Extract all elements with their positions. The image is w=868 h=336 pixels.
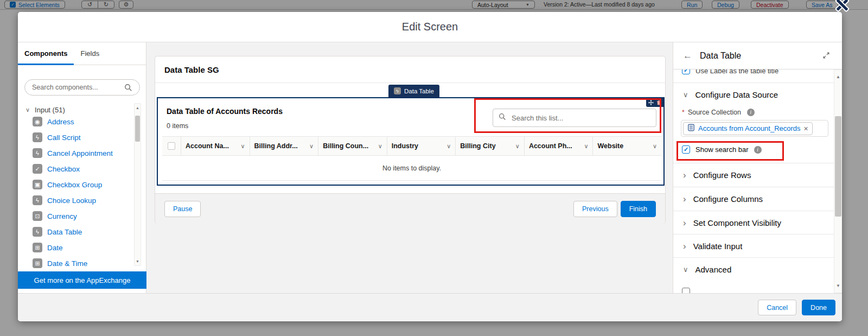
previous-button[interactable]: Previous	[573, 201, 617, 217]
expand-icon[interactable]	[822, 52, 830, 61]
search-this-list-input[interactable]	[510, 113, 641, 123]
section-configure-rows[interactable]: › Configure Rows	[673, 163, 834, 187]
tab-fields[interactable]: Fields	[74, 42, 106, 65]
column-header-billing-address[interactable]: Billing Addr...∨	[250, 137, 318, 155]
chevron-down-icon[interactable]: ∨	[309, 143, 314, 150]
sidebar-item-currency[interactable]: ⊡ Currency	[18, 208, 133, 224]
flow-builder-screen: ✓ Select Elements ↺ ↻ ⚙ Auto-Layout ▼ Ve…	[0, 0, 868, 336]
remove-pill-icon[interactable]: ×	[804, 125, 808, 132]
finish-button[interactable]: Finish	[621, 201, 656, 217]
sidebar-item-checkbox-group[interactable]: ▣ Checkbox Group	[18, 177, 133, 192]
empty-table-message: No items to display.	[162, 156, 661, 181]
source-collection-field[interactable]: Accounts from Account_Records ×	[681, 120, 828, 137]
scroll-up-icon[interactable]: ▲	[135, 106, 141, 110]
delete-trash-icon[interactable]	[656, 98, 661, 107]
section-validate-input[interactable]: › Validate Input	[673, 234, 834, 258]
sidebar-item-call-script[interactable]: ϟ Call Script	[18, 130, 133, 145]
column-header-billing-country[interactable]: Billing Coun...∨	[318, 137, 387, 155]
panel-scrollbar[interactable]: ▲ ▼	[834, 69, 842, 293]
modal-header: Edit Screen	[18, 12, 842, 42]
cancel-button[interactable]: Cancel	[758, 300, 796, 315]
items-count: 0 items	[167, 122, 188, 130]
back-arrow-icon[interactable]: ←	[683, 50, 692, 61]
section-configure-columns[interactable]: › Configure Columns	[673, 187, 834, 211]
info-icon[interactable]: i	[754, 146, 762, 154]
list-search-box	[493, 109, 656, 127]
scrollbar-thumb[interactable]	[835, 116, 841, 217]
info-icon[interactable]: i	[747, 109, 755, 116]
checked-checkbox-icon[interactable]: ✓	[682, 145, 690, 154]
chevron-down-icon[interactable]: ∨	[584, 143, 588, 150]
screen-title: Data Table SG	[164, 65, 219, 74]
chevron-right-icon: ›	[683, 218, 686, 227]
cancel-appointment-icon: ϟ	[33, 148, 42, 158]
address-icon: ◉	[33, 117, 42, 126]
chevron-down-icon[interactable]: ∨	[446, 143, 451, 150]
sidebar-item-address[interactable]: ◉ Address	[18, 114, 133, 129]
section-configure-data-source[interactable]: ∨ Configure Data Source	[673, 83, 834, 106]
component-tab-data-table[interactable]: ϟ Data Table	[388, 85, 439, 97]
checkbox-icon: ✓	[33, 164, 42, 174]
screen-editor-card: Data Table SG ϟ Data Table	[155, 56, 666, 224]
chevron-right-icon: ›	[683, 242, 686, 251]
required-asterisk: *	[682, 109, 685, 116]
modal-footer: Cancel Done	[18, 293, 842, 321]
done-button[interactable]: Done	[802, 300, 835, 315]
chevron-down-icon[interactable]: ∨	[378, 143, 382, 150]
chevron-down-icon: ∨	[683, 91, 688, 99]
clipped-checkbox[interactable]	[682, 288, 690, 293]
currency-icon: ⊡	[33, 211, 42, 221]
move-icon[interactable]	[648, 98, 654, 107]
chevron-down-icon[interactable]: ∨	[653, 143, 657, 150]
record-collection-icon	[687, 124, 695, 134]
data-table-component[interactable]: Data Table of Accounts Records 0 items A…	[157, 97, 665, 186]
select-all-checkbox[interactable]	[168, 142, 175, 150]
lightning-icon: ϟ	[394, 87, 401, 94]
section-advanced[interactable]: ∨ Advanced	[673, 257, 834, 281]
sidebar-item-data-table[interactable]: ϟ Data Table	[18, 224, 133, 239]
appexchange-link[interactable]: Get more on the AppExchange	[18, 271, 146, 289]
scroll-up-icon[interactable]: ▲	[834, 74, 842, 79]
tab-components[interactable]: Components	[18, 42, 74, 65]
source-collection-label: * Source Collection i	[682, 109, 755, 116]
sidebar-item-checkbox[interactable]: ✓ Checkbox	[18, 161, 133, 176]
section-set-component-visibility[interactable]: › Set Component Visibility	[673, 211, 834, 234]
chevron-right-icon: ›	[683, 170, 686, 180]
data-table-icon: ϟ	[33, 227, 42, 237]
show-search-bar-row[interactable]: ✓ Show search bar i	[682, 145, 842, 154]
column-header-account-phone[interactable]: Account Ph...∨	[524, 137, 593, 155]
sidebar-item-cancel-appointment[interactable]: ϟ Cancel Appointment	[18, 145, 133, 161]
checkbox-group-icon: ▣	[33, 180, 42, 189]
chevron-down-icon[interactable]: ∨	[515, 143, 520, 150]
scrollbar-thumb[interactable]	[135, 116, 140, 142]
date-time-icon: ⊞	[33, 258, 42, 268]
column-header-billing-city[interactable]: Billing City∨	[455, 137, 524, 155]
choice-lookup-icon: ϟ	[33, 195, 42, 205]
column-header-industry[interactable]: Industry∨	[387, 137, 456, 155]
panel-title: Data Table	[700, 51, 741, 61]
component-actions	[646, 98, 663, 107]
components-list-scrollbar[interactable]: ▲ ▼	[134, 103, 141, 266]
components-sidebar: Components Fields ∨ Input (51) ◉ Address…	[18, 42, 146, 293]
call-script-icon: ϟ	[33, 132, 42, 142]
search-components-input[interactable]	[24, 79, 140, 96]
screen-header: Data Table SG	[155, 56, 665, 83]
sidebar-item-choice-lookup[interactable]: ϟ Choice Lookup	[18, 193, 133, 208]
source-collection-pill[interactable]: Accounts from Account_Records ×	[683, 122, 813, 135]
screen-footer: Pause Previous Finish	[155, 193, 665, 224]
chevron-down-icon[interactable]: ∨	[241, 143, 245, 150]
screen-canvas: Data Table SG ϟ Data Table	[146, 42, 673, 293]
date-icon: ⊞	[33, 243, 42, 252]
scroll-down-icon[interactable]: ▼	[135, 259, 141, 263]
chevron-right-icon: ›	[683, 194, 686, 204]
chevron-down-icon: ∨	[683, 265, 688, 274]
sidebar-item-date[interactable]: ⊞ Date	[18, 240, 133, 255]
data-table-properties-panel: ✓ Use Label as the table title ← Data Ta…	[673, 42, 842, 293]
scroll-down-icon[interactable]: ▼	[834, 283, 842, 288]
panel-header: ← Data Table	[673, 42, 842, 69]
search-icon	[124, 84, 132, 94]
pause-button[interactable]: Pause	[164, 201, 201, 217]
column-header-account-name[interactable]: Account Na...∨	[181, 137, 250, 155]
column-header-website[interactable]: Website∨	[592, 137, 661, 155]
sidebar-item-date-time[interactable]: ⊞ Date & Time	[18, 256, 133, 271]
